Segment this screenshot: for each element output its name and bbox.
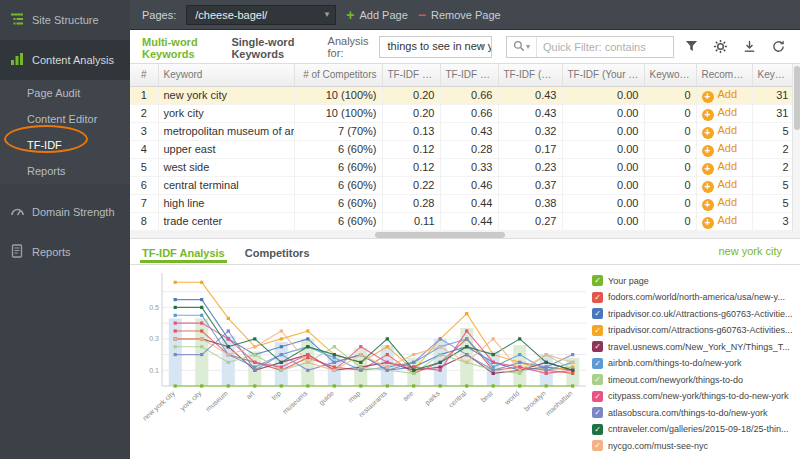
download-icon[interactable]	[742, 39, 757, 54]
sidebar-item-tf-idf[interactable]: TF-IDF	[0, 132, 130, 158]
table-row[interactable]: 4upper east6 (60%)0.120.280.170.000+Add2	[130, 140, 794, 158]
tab-single-word-keywords[interactable]: Single-word Keywords	[227, 26, 311, 68]
tab-multi-word-keywords[interactable]: Multi-word Keywords	[138, 26, 217, 68]
legend-checkbox[interactable]: ✓	[592, 391, 603, 402]
column-header[interactable]: TF-IDF (Avg)	[498, 64, 562, 86]
table-cell: 6 (60%)	[294, 194, 382, 212]
legend-label: tripadvisor.com/Attractions-g60763-Activ…	[608, 325, 793, 335]
sidebar-item-label: Domain Strength	[32, 206, 115, 218]
legend-checkbox[interactable]: ✓	[592, 292, 603, 303]
legend-item[interactable]: ✓timeout.com/newyork/things-to-do	[592, 372, 796, 389]
legend-checkbox[interactable]: ✓	[592, 424, 603, 435]
sidebar-item-reports-sub[interactable]: Reports	[0, 158, 130, 184]
table-cell: 0	[644, 104, 696, 122]
legend-item[interactable]: ✓airbnb.com/things-to-do/new-york	[592, 355, 796, 372]
quick-filter-input[interactable]	[537, 41, 673, 53]
table-cell: 0.00	[562, 212, 644, 230]
legend-item[interactable]: ✓fodors.com/world/north-america/usa/new-…	[592, 289, 796, 306]
chevron-down-icon: ▾	[526, 42, 530, 51]
svg-text:0.1: 0.1	[149, 366, 159, 373]
column-header[interactable]: TF-IDF (Min)	[382, 64, 440, 86]
table-horizontal-scrollbar[interactable]	[130, 231, 800, 239]
table-vertical-scrollbar[interactable]	[792, 64, 800, 231]
legend-checkbox[interactable]: ✓	[592, 275, 603, 286]
content-analysis-sublist: Page Audit Content Editor TF-IDF Reports	[0, 80, 130, 184]
tab-tfidf-analysis[interactable]: TF-IDF Analysis	[140, 240, 227, 263]
quick-filter-mode-button[interactable]: ▾	[507, 37, 537, 57]
legend-label: tripadvisor.co.uk/Attractions-g60763-Act…	[608, 309, 793, 319]
add-plus-icon: +	[702, 127, 714, 139]
table-cell: 0	[644, 158, 696, 176]
legend-item[interactable]: ✓cntraveler.com/galleries/2015-09-18/25-…	[592, 421, 796, 438]
table-row[interactable]: 5west side6 (60%)0.120.330.230.000+Add2	[130, 158, 794, 176]
sidebar-item-site-structure[interactable]: Site Structure	[0, 0, 130, 40]
add-keyword-button[interactable]: +Add	[696, 194, 752, 212]
legend-label: cntraveler.com/galleries/2015-09-18/25-t…	[608, 424, 789, 434]
legend-item[interactable]: ✓travel.usnews.com/New_York_NY/Things_T.…	[592, 339, 796, 356]
column-header[interactable]: # of Competitors	[294, 64, 382, 86]
table-row[interactable]: 7high line6 (60%)0.280.440.380.000+Add5	[130, 194, 794, 212]
legend-checkbox[interactable]: ✓	[592, 341, 603, 352]
add-keyword-button[interactable]: +Add	[696, 86, 752, 104]
analysis-for-dropdown[interactable]: things to see in new york ▾	[379, 36, 492, 58]
pages-dropdown-value: /cheese-bagel/	[195, 9, 267, 21]
column-header[interactable]: Keyword C...	[752, 64, 794, 86]
column-header[interactable]: Recomm... ▼	[696, 64, 752, 86]
legend-label: nycgo.com/must-see-nyc	[608, 441, 708, 451]
sidebar-item-reports[interactable]: Reports	[0, 232, 130, 272]
add-keyword-button[interactable]: +Add	[696, 140, 752, 158]
legend-checkbox[interactable]: ✓	[592, 325, 603, 336]
column-header[interactable]: #	[130, 64, 158, 86]
add-keyword-button[interactable]: +Add	[696, 122, 752, 140]
add-plus-icon: +	[702, 163, 714, 175]
column-header[interactable]: TF-IDF (Your Page)	[562, 64, 644, 86]
column-header[interactable]: TF-IDF (Max)	[440, 64, 498, 86]
table-cell: 0.43	[498, 86, 562, 104]
remove-page-button[interactable]: − Remove Page	[418, 9, 501, 21]
add-keyword-button[interactable]: +Add	[696, 212, 752, 230]
svg-text:best: best	[479, 389, 494, 403]
legend-checkbox[interactable]: ✓	[592, 407, 603, 418]
add-keyword-button[interactable]: +Add	[696, 104, 752, 122]
sidebar-item-page-audit[interactable]: Page Audit	[0, 80, 130, 106]
legend-checkbox[interactable]: ✓	[592, 308, 603, 319]
table-row[interactable]: 1new york city10 (100%)0.200.660.430.000…	[130, 86, 794, 104]
add-keyword-button[interactable]: +Add	[696, 158, 752, 176]
add-keyword-button[interactable]: +Add	[696, 176, 752, 194]
table-row[interactable]: 6central terminal6 (60%)0.220.460.370.00…	[130, 176, 794, 194]
add-plus-icon: +	[702, 91, 714, 103]
table-cell: 2	[752, 140, 794, 158]
legend-checkbox[interactable]: ✓	[592, 358, 603, 369]
legend-item[interactable]: ✓nycgo.com/must-see-nyc	[592, 438, 796, 455]
legend-item[interactable]: ✓Your page	[592, 273, 796, 290]
table-row[interactable]: 3metropolitan museum of art7 (70%)0.130.…	[130, 122, 794, 140]
column-header[interactable]: Keyword	[158, 64, 294, 86]
table-cell: 0.17	[498, 140, 562, 158]
legend-item[interactable]: ✓atlasobscura.com/things-to-do/new-york	[592, 405, 796, 422]
legend-item[interactable]: ✓citypass.com/new-york/things-to-do-new-…	[592, 388, 796, 405]
pages-dropdown[interactable]: /cheese-bagel/ ▾	[186, 5, 336, 25]
table-row[interactable]: 2york city10 (100%)0.200.660.430.000+Add…	[130, 104, 794, 122]
gear-icon[interactable]	[713, 39, 728, 54]
legend-label: timeout.com/newyork/things-to-do	[608, 375, 743, 385]
legend-checkbox[interactable]: ✓	[592, 374, 603, 385]
legend-item[interactable]: ✓tripadvisor.com/Attractions-g60763-Acti…	[592, 322, 796, 339]
sidebar-item-content-editor[interactable]: Content Editor	[0, 106, 130, 132]
table-cell: 0.27	[498, 212, 562, 230]
svg-text:museums: museums	[281, 389, 309, 415]
tab-competitors[interactable]: Competitors	[243, 240, 312, 263]
table-row[interactable]: 8trade center6 (60%)0.110.440.270.000+Ad…	[130, 212, 794, 230]
sidebar-item-content-analysis[interactable]: Content Analysis	[0, 40, 130, 80]
refresh-icon[interactable]	[771, 39, 786, 54]
legend-checkbox[interactable]: ✓	[592, 440, 603, 451]
svg-text:central: central	[447, 389, 468, 409]
legend-item[interactable]: ✓tripadvisor.co.uk/Attractions-g60763-Ac…	[592, 306, 796, 323]
legend-label: citypass.com/new-york/things-to-do-new-y…	[608, 391, 789, 401]
sidebar-item-domain-strength[interactable]: Domain Strength	[0, 192, 130, 232]
column-header[interactable]: Keyword C...	[644, 64, 696, 86]
add-page-button[interactable]: + Add Page	[346, 9, 408, 21]
filter-icon[interactable]	[684, 39, 699, 54]
svg-text:0.5: 0.5	[149, 303, 159, 310]
table-cell: 0.44	[440, 212, 498, 230]
table-cell: 0.32	[498, 122, 562, 140]
